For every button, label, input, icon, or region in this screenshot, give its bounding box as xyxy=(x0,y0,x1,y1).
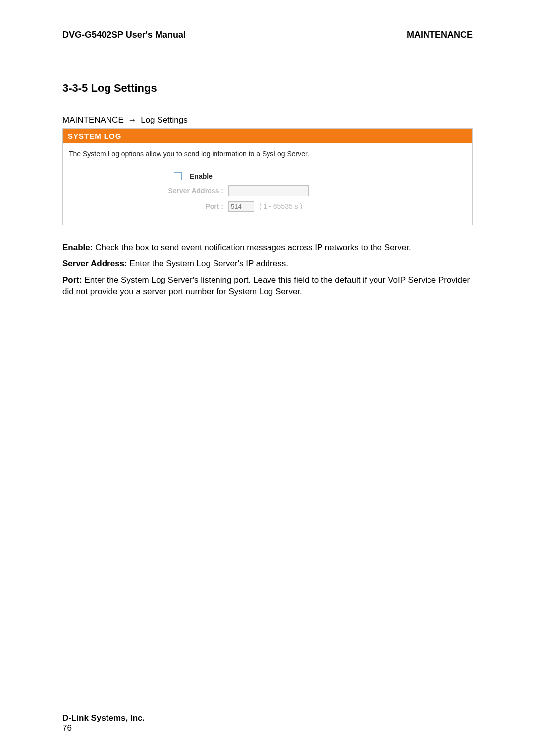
server-address-label: Server Address : xyxy=(69,187,228,195)
panel-body: The System Log options allow you to send… xyxy=(63,143,472,225)
row-server-address: Server Address : xyxy=(69,185,466,196)
panel-description: The System Log options allow you to send… xyxy=(69,150,466,158)
breadcrumb-current: Log Settings xyxy=(141,115,188,125)
explain-enable-label: Enable: xyxy=(62,243,93,252)
port-range-hint: ( 1 - 65535 s ) xyxy=(259,202,302,210)
explain-port: Port: Enter the System Log Server's list… xyxy=(62,275,473,298)
row-port: Port : ( 1 - 65535 s ) xyxy=(69,201,466,212)
footer-page-number: 76 xyxy=(62,723,145,733)
explain-server: Server Address: Enter the System Log Ser… xyxy=(62,258,473,270)
page-footer: D-Link Systems, Inc. 76 xyxy=(62,713,145,733)
port-label: Port : xyxy=(69,202,228,210)
footer-company: D-Link Systems, Inc. xyxy=(62,713,145,723)
panel-title: SYSTEM LOG xyxy=(63,129,472,143)
breadcrumb-arrow-icon: → xyxy=(126,115,138,125)
manual-page: DVG-G5402SP User's Manual MAINTENANCE 3-… xyxy=(0,0,535,756)
enable-label: Enable xyxy=(187,172,217,180)
breadcrumb: MAINTENANCE → Log Settings xyxy=(62,115,473,125)
breadcrumb-parent: MAINTENANCE xyxy=(62,115,124,125)
manual-title: DVG-G5402SP User's Manual xyxy=(62,30,186,40)
explain-port-text: Enter the System Log Server's listening … xyxy=(62,275,470,296)
explain-enable: Enable: Check the box to send event noti… xyxy=(62,242,473,253)
explanations: Enable: Check the box to send event noti… xyxy=(62,242,473,298)
section-name-right: MAINTENANCE xyxy=(407,30,473,40)
system-log-panel: SYSTEM LOG The System Log options allow … xyxy=(62,128,473,225)
explain-server-label: Server Address: xyxy=(62,259,127,268)
explain-server-text: Enter the System Log Server's IP address… xyxy=(127,259,288,268)
server-address-input[interactable] xyxy=(228,185,309,196)
enable-checkbox[interactable] xyxy=(174,172,182,180)
port-input[interactable] xyxy=(228,201,254,212)
explain-port-label: Port: xyxy=(62,275,82,285)
explain-enable-text: Check the box to send event notification… xyxy=(93,243,411,252)
section-title: 3-3-5 Log Settings xyxy=(62,82,473,95)
page-header-row: DVG-G5402SP User's Manual MAINTENANCE xyxy=(62,30,473,40)
row-enable: Enable xyxy=(69,172,466,180)
